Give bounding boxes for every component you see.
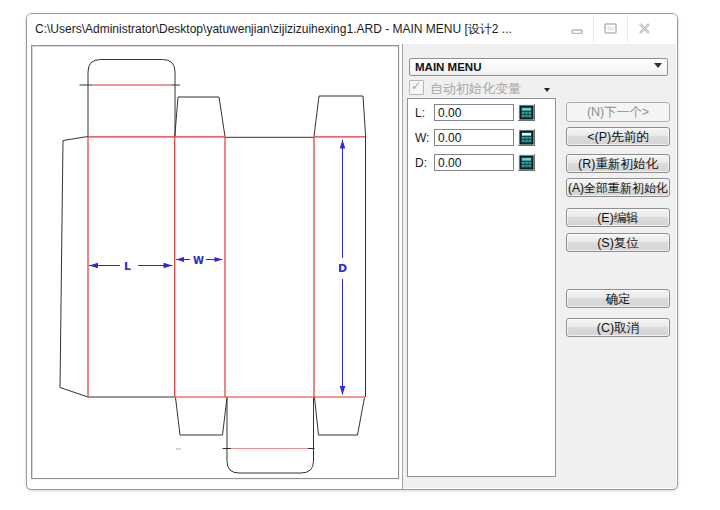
top-dust-flap-left — [175, 97, 225, 137]
calculator-button[interactable] — [518, 129, 535, 146]
bottom-dust-flap-left — [176, 398, 228, 436]
title-bar[interactable]: C:\Users\Administrator\Desktop\yatuwenji… — [27, 14, 677, 44]
caption-buttons — [560, 15, 661, 42]
variable-label: L: — [415, 106, 425, 120]
variable-row-D: D: — [408, 154, 555, 171]
arrowhead — [89, 263, 98, 269]
bottom-tuck-flap — [227, 398, 314, 474]
length-field[interactable] — [434, 104, 514, 121]
width-field[interactable] — [434, 129, 514, 146]
arrowhead — [164, 263, 173, 269]
menu-panel: MAIN MENU 自动初始化变量 L: — [403, 44, 676, 488]
minimize-icon — [570, 23, 584, 35]
next-button[interactable]: (N)下一个> — [566, 102, 670, 122]
reinitialize-button[interactable]: (R)重新初始化 — [566, 154, 670, 173]
reinitialize-all-button[interactable]: (A)全部重新初始化 — [566, 178, 670, 197]
calculator-icon — [518, 154, 535, 171]
dim-label-depth: D — [338, 262, 347, 275]
previous-button[interactable]: <(P)先前的 — [566, 127, 670, 146]
glue-flap — [60, 137, 88, 398]
arrowhead — [340, 386, 346, 395]
dim-label-length: L — [124, 260, 131, 273]
menu-dropdown-value: MAIN MENU — [415, 61, 481, 73]
arrowhead — [340, 140, 346, 149]
chevron-down-icon — [654, 63, 662, 68]
auto-init-checkbox[interactable] — [409, 80, 424, 95]
dim-label-width: W — [193, 255, 204, 266]
cancel-button[interactable]: (C)取消 — [566, 318, 670, 337]
bottom-dust-flap-right — [315, 398, 365, 436]
top-tuck-flap — [88, 60, 175, 137]
close-button[interactable] — [627, 15, 661, 42]
cut-lines — [60, 60, 366, 474]
edit-button[interactable]: (E)编辑 — [566, 208, 670, 227]
variable-label: D: — [415, 156, 427, 170]
minimize-button[interactable] — [560, 15, 593, 42]
tiny-dropdown-icon[interactable] — [544, 88, 550, 92]
calculator-button[interactable] — [518, 104, 535, 121]
arrowhead — [215, 257, 223, 262]
maximize-button[interactable] — [593, 15, 627, 42]
ok-button[interactable]: 确定 — [566, 289, 670, 308]
variable-row-L: L: — [408, 104, 555, 121]
variable-row-W: W: — [408, 129, 555, 146]
calculator-button[interactable] — [518, 154, 535, 171]
dieline-drawing: L W D — [32, 46, 398, 478]
arrowhead — [176, 257, 184, 262]
calculator-icon — [518, 129, 535, 146]
design-canvas[interactable]: L W D — [31, 45, 399, 479]
reset-button[interactable]: (S)复位 — [566, 233, 670, 252]
auto-init-label: 自动初始化变量 — [430, 80, 521, 98]
top-dust-flap-right — [314, 96, 366, 137]
close-icon — [637, 22, 652, 35]
window-title: C:\Users\Administrator\Desktop\yatuwenji… — [35, 14, 512, 44]
variables-listbox: L: W: — [407, 98, 556, 477]
application-window: C:\Users\Administrator\Desktop\yatuwenji… — [26, 13, 678, 490]
restore-icon — [603, 22, 618, 35]
calculator-icon — [518, 104, 535, 121]
variable-label: W: — [415, 131, 429, 145]
menu-dropdown[interactable]: MAIN MENU — [409, 58, 668, 76]
depth-field[interactable] — [434, 154, 514, 171]
